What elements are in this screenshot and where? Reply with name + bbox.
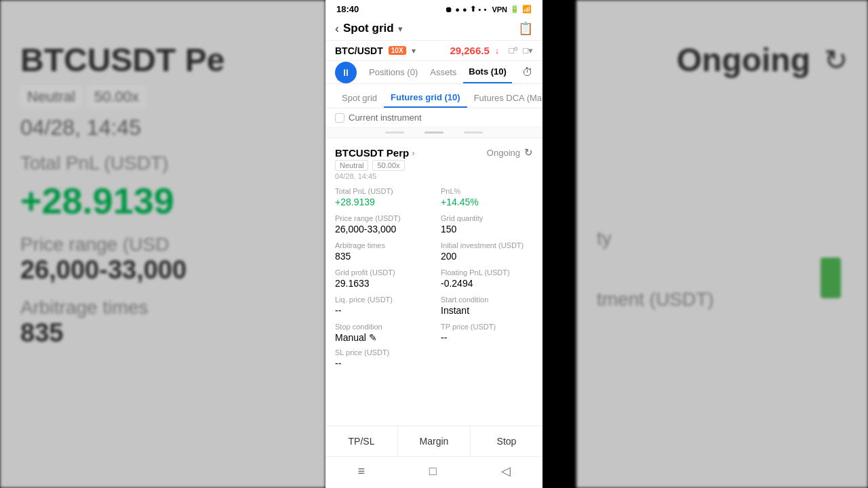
stat-total-pnl-label: Total PnL (USDT) <box>335 187 427 195</box>
stop-button[interactable]: Stop <box>471 426 542 456</box>
scroll-dots <box>385 131 483 134</box>
stat-floating-pnl-label: Floating PnL (USDT) <box>441 268 533 277</box>
stat-liq-price-value: -- <box>335 305 427 316</box>
bot-card-header: BTCUSDT Perp › Ongoing ↻ <box>335 146 533 159</box>
stat-price-range-value: 26,000-33,000 <box>335 224 427 235</box>
status-time: 18:40 <box>336 4 359 14</box>
nav-back-icon[interactable]: ◁ <box>501 464 511 479</box>
bot-name: BTCUSDT Perp <box>335 147 409 159</box>
phone-frame: 18:40 ⏺ ● ● ⬆ ▪ • VPN 🔋 📶 ‹ Spot grid ▾ … <box>326 0 542 488</box>
bot-date: 04/28, 14:45 <box>335 172 533 180</box>
bg-right-label1: ty <box>597 228 848 249</box>
square-icon: ▪ <box>479 5 481 14</box>
ticker-dropdown-icon[interactable]: ▾ <box>412 46 416 56</box>
dot2-icon: ● <box>462 5 467 14</box>
status-icons: ⏺ ● ● ⬆ ▪ • VPN 🔋 📶 <box>445 5 532 14</box>
vpn-label: VPN <box>492 5 507 14</box>
stat-sl-price-value: -- <box>335 358 533 369</box>
stat-pnl-pct-label: PnL% <box>441 187 533 195</box>
header-left: ‹ Spot grid ▾ <box>335 22 403 36</box>
bg-pnl-value: +28.9139 <box>20 180 305 222</box>
ticker-price: 29,266.5 <box>450 45 489 56</box>
pause-button[interactable]: ⏸ <box>335 62 357 83</box>
stat-start-condition: Start condition Instant <box>441 296 533 316</box>
stat-liq-price-label: Liq. price (USDT) <box>335 296 427 304</box>
stat-floating-pnl: Floating PnL (USDT) -0.2494 <box>441 268 533 289</box>
bg-ongoing: Ongoing <box>677 41 810 80</box>
background-right: Ongoing ↻ ty tment (USDT) <box>576 0 868 488</box>
status-label: Ongoing <box>487 148 520 158</box>
back-button[interactable]: ‹ <box>335 22 339 36</box>
bg-pnl-label: Total PnL (USDT) <box>20 152 305 174</box>
header-dropdown-icon[interactable]: ▾ <box>398 24 403 34</box>
sub-tab-bar: Spot grid Futures grid (10) Futures DCA … <box>326 84 542 108</box>
stat-grid-qty-label: Grid quantity <box>441 214 533 222</box>
sub-tab-futures-grid[interactable]: Futures grid (10) <box>384 88 467 108</box>
current-instrument-checkbox[interactable] <box>335 113 344 123</box>
sub-tab-futures-dca[interactable]: Futures DCA (Mar <box>467 89 542 107</box>
stat-grid-profit-value: 29.1633 <box>335 278 427 289</box>
tpsl-button[interactable]: TP/SL <box>326 426 398 456</box>
bg-price-value: 26,000-33,000 <box>20 256 305 285</box>
stat-pnl-pct-value: +14.45% <box>441 197 533 207</box>
stat-liq-price: Liq. price (USDT) -- <box>335 296 427 316</box>
ticker-bar: BTC/USDT 10X ▾ 29,266.5 ↓ □⁰ □▾ <box>326 41 542 61</box>
stat-total-pnl: Total PnL (USDT) +28.9139 <box>335 187 427 207</box>
stat-arb-times: Arbitrage times 835 <box>335 241 427 262</box>
tag-leverage: 50.00x <box>372 160 404 171</box>
refresh-icon[interactable]: ↻ <box>524 146 533 159</box>
nav-home-icon[interactable]: □ <box>429 464 437 479</box>
instrument-row: Current instrument <box>326 108 542 127</box>
scroll-dot-3 <box>464 131 483 134</box>
ticker-candle1[interactable]: □⁰ <box>509 45 517 56</box>
tab-bots[interactable]: Bots (10) <box>463 61 512 83</box>
dot3-icon: • <box>484 5 487 14</box>
bg-tag-leverage: 50.00x <box>87 85 146 108</box>
action-bar: TP/SL Margin Stop <box>326 426 542 456</box>
bg-right-label2: tment (USDT) <box>597 289 848 310</box>
stat-tp-price-label: TP price (USDT) <box>441 323 533 331</box>
scroll-area <box>326 127 542 138</box>
bg-refresh-icon: ↻ <box>824 43 848 77</box>
margin-button[interactable]: Margin <box>398 426 471 456</box>
wifi-icon: 📶 <box>522 5 532 14</box>
bg-green-bar <box>821 258 841 298</box>
ticker-leverage[interactable]: 10X <box>389 46 406 55</box>
nav-bar: ≡ □ ◁ <box>326 456 542 488</box>
stat-tp-price: TP price (USDT) -- <box>441 323 533 343</box>
ticker-candle2[interactable]: □▾ <box>523 45 533 56</box>
stat-grid-qty-value: 150 <box>441 224 533 235</box>
stats-grid: Total PnL (USDT) +28.9139 PnL% +14.45% P… <box>335 187 533 343</box>
bot-card: BTCUSDT Perp › Ongoing ↻ Neutral 50.00x … <box>326 138 542 426</box>
bg-price-label: Price range (USD <box>20 234 305 256</box>
tab-bar: ⏸ Positions (0) Assets Bots (10) ⏱ <box>326 61 542 84</box>
stat-initial-investment-label: Initial investment (USDT) <box>441 241 533 249</box>
stat-sl-price: SL price (USDT) -- <box>335 348 533 369</box>
stat-arb-times-label: Arbitrage times <box>335 241 427 249</box>
tab-positions[interactable]: Positions (0) <box>363 62 423 83</box>
stat-pnl-pct: PnL% +14.45% <box>441 187 533 207</box>
bg-tag-neutral: Neutral <box>20 85 82 108</box>
clock-icon[interactable]: ⏱ <box>522 66 533 79</box>
dot-icon: ● <box>455 5 460 14</box>
stat-stop-condition: Stop condition Manual ✎ <box>335 323 427 343</box>
status-bar: 18:40 ⏺ ● ● ⬆ ▪ • VPN 🔋 📶 <box>326 0 542 17</box>
sub-tab-spot-grid[interactable]: Spot grid <box>335 89 384 107</box>
bg-title: BTCUSDT Pe <box>20 41 305 80</box>
stat-grid-qty: Grid quantity 150 <box>441 214 533 235</box>
bot-status: Ongoing ↻ <box>487 146 533 159</box>
current-instrument-label: Current instrument <box>349 113 422 123</box>
tab-assets[interactable]: Assets <box>425 62 462 83</box>
book-icon[interactable]: 📋 <box>518 21 533 36</box>
stat-price-range-label: Price range (USDT) <box>335 214 427 222</box>
ticker-pair[interactable]: BTC/USDT <box>335 45 383 56</box>
stat-tp-price-value: -- <box>441 332 533 343</box>
bg-arb-label: Arbitrage times <box>20 297 305 319</box>
background-left: BTCUSDT Pe Neutral 50.00x 04/28, 14:45 T… <box>0 0 326 488</box>
ticker-direction-icon: ↓ <box>495 45 500 56</box>
bot-name-arrow: › <box>412 148 414 158</box>
bg-date: 04/28, 14:45 <box>20 115 305 140</box>
stat-total-pnl-value: +28.9139 <box>335 197 427 207</box>
arrow-icon: ⬆ <box>470 5 476 14</box>
nav-menu-icon[interactable]: ≡ <box>357 464 365 479</box>
